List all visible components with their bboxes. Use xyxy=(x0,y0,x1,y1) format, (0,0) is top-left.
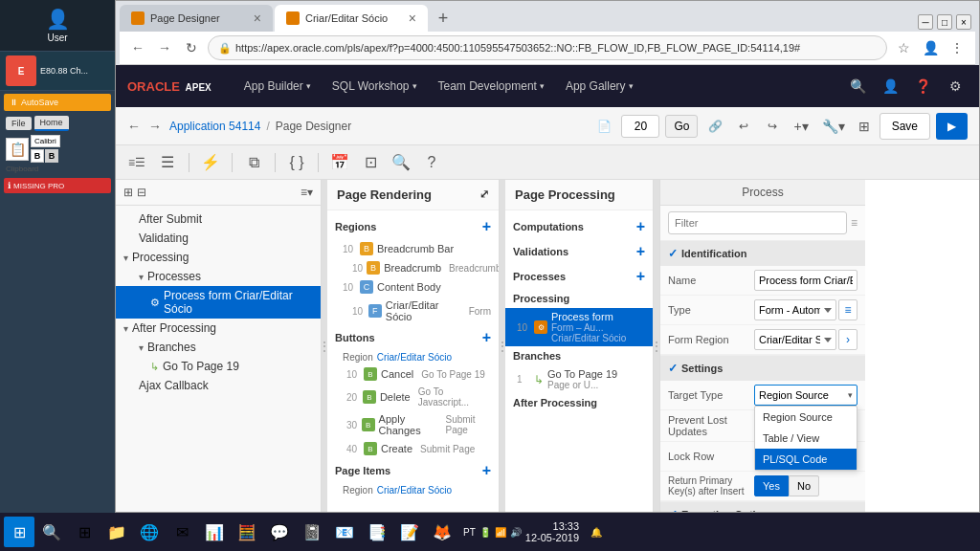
browser-maximize[interactable]: □ xyxy=(937,14,952,30)
run-button[interactable]: ▶ xyxy=(936,113,968,140)
dropdown-item-plsql[interactable]: PL/SQL Code xyxy=(755,449,857,470)
collapse-btn[interactable]: ⊟ xyxy=(137,186,146,199)
tree-processing[interactable]: ▾ Processing xyxy=(116,248,321,267)
layers-btn[interactable]: ⧉ xyxy=(240,149,267,176)
home-tab[interactable]: Home xyxy=(34,116,69,131)
buttons-region-link[interactable]: Criar/Editar Sócio xyxy=(377,352,452,363)
bold-btn2[interactable]: B xyxy=(45,149,58,163)
type-select[interactable]: Form - Automa xyxy=(754,299,836,320)
render-item-create[interactable]: 40 B Create Submit Page xyxy=(327,439,499,458)
taskbar-file-mgr[interactable]: 📁 xyxy=(101,517,132,547)
list-view-btn2[interactable]: ☰ xyxy=(154,149,181,176)
tab-close-criar[interactable]: × xyxy=(409,11,416,26)
proc-item-go-to-page[interactable]: 1 ↳ Go To Page 19 Page or U... xyxy=(505,365,653,393)
computations-header[interactable]: Computations + xyxy=(505,214,653,239)
search-btn[interactable]: 🔍 xyxy=(388,149,414,176)
browser-minimize[interactable]: ─ xyxy=(918,14,933,30)
form-region-select[interactable]: Criar/Editar Sóc xyxy=(754,329,836,350)
identification-header[interactable]: ✓ Identification xyxy=(660,241,865,266)
go-button[interactable]: Go xyxy=(665,115,698,138)
regions-add-btn[interactable]: + xyxy=(482,218,491,235)
copy-btn[interactable]: 📄 xyxy=(592,115,615,138)
regions-section-header[interactable]: Regions + xyxy=(327,214,499,239)
redo-btn[interactable]: ↪ xyxy=(761,115,784,138)
calendar-btn[interactable]: 📅 xyxy=(326,149,353,176)
add-btn[interactable]: +▾ xyxy=(790,119,812,134)
page-number-input[interactable] xyxy=(621,115,659,138)
taskbar-powerpoint[interactable]: 📑 xyxy=(362,517,392,547)
taskbar-word[interactable]: 📝 xyxy=(394,517,425,547)
render-item-criar[interactable]: 10 F Criar/Editar Sócio Form xyxy=(327,297,499,325)
render-item-cancel[interactable]: 10 B Cancel Go To Page 19 xyxy=(327,364,499,384)
taskbar-calc[interactable]: 🧮 xyxy=(232,517,262,547)
start-button[interactable]: ⊞ xyxy=(4,517,34,547)
render-item-content-body[interactable]: 10 C Content Body xyxy=(327,277,499,297)
undo-btn[interactable]: ↩ xyxy=(732,115,755,138)
validations-header[interactable]: Validations + xyxy=(505,239,653,264)
help-icon-btn[interactable]: ? xyxy=(418,149,445,176)
render-item-apply[interactable]: 30 B Apply Changes Submit Page xyxy=(327,410,499,439)
page-items-region-link[interactable]: Criar/Editar Sócio xyxy=(377,485,452,496)
reload-button[interactable]: ↻ xyxy=(181,37,202,58)
buttons-section-header[interactable]: Buttons + xyxy=(327,325,499,350)
tree-ajax-callback[interactable]: Ajax Callback xyxy=(116,376,321,395)
paste-btn[interactable]: 📋 xyxy=(6,138,29,161)
app-icon-e80[interactable]: E xyxy=(6,55,36,86)
file-tab[interactable]: File xyxy=(6,117,32,130)
bookmark-button[interactable]: ☆ xyxy=(893,37,914,58)
taskbar-mail[interactable]: ✉ xyxy=(167,517,197,547)
page-items-add-btn[interactable]: + xyxy=(482,462,491,479)
execution-header[interactable]: ✓ Execution Options xyxy=(660,502,865,512)
dropdown-item-region-source[interactable]: Region Source xyxy=(755,407,857,428)
nav-app-gallery[interactable]: App Gallery ▾ xyxy=(556,76,643,97)
taskbar-browser[interactable]: 🌐 xyxy=(134,517,165,547)
validations-add-btn[interactable]: + xyxy=(636,243,645,260)
settings-header[interactable]: ✓ Settings xyxy=(660,356,865,381)
expand-btn[interactable]: ⊞ xyxy=(123,186,133,199)
processing-sub-header[interactable]: Processing xyxy=(505,289,653,308)
new-tab-button[interactable]: + xyxy=(430,5,457,32)
computations-add-btn[interactable]: + xyxy=(636,218,645,235)
render-item-breadcrumb-bar[interactable]: 10 B Breadcrumb Bar xyxy=(327,239,499,258)
page-items-section-header[interactable]: Page Items + xyxy=(327,458,499,483)
code-btn[interactable]: { } xyxy=(283,149,310,176)
taskbar-onenote[interactable]: 📓 xyxy=(297,517,327,547)
processes-header[interactable]: Processes + xyxy=(505,264,653,289)
link-btn[interactable]: 🔗 xyxy=(703,115,726,138)
app-link[interactable]: Application 54114 xyxy=(169,120,260,133)
tab-close-designer[interactable]: × xyxy=(254,11,261,26)
tree-go-to-page[interactable]: ↳ Go To Page 19 xyxy=(116,357,321,376)
render-item-delete[interactable]: 20 B Delete Go To Javascript... xyxy=(327,384,499,410)
nav-sql-workshop[interactable]: SQL Workshop ▾ xyxy=(323,76,427,97)
branches-header[interactable]: Branches xyxy=(505,346,653,365)
help-btn[interactable]: ❓ xyxy=(910,74,935,99)
name-input[interactable] xyxy=(754,270,858,291)
more-button[interactable]: ⋮ xyxy=(947,37,968,58)
tree-after-processing[interactable]: ▾ After Processing xyxy=(116,319,321,338)
nav-back-btn[interactable]: ← xyxy=(127,119,141,134)
taskbar-skype[interactable]: 💬 xyxy=(264,517,295,547)
taskbar-outlook[interactable]: 📧 xyxy=(329,517,360,547)
tree-process-form[interactable]: ⚙ Process form Criar/Editar Sócio xyxy=(116,286,321,319)
search-icon-btn[interactable]: 🔍 xyxy=(845,74,870,99)
nav-team-development[interactable]: Team Development ▾ xyxy=(429,76,554,97)
notification-icon[interactable]: 🔔 xyxy=(590,527,602,538)
lightning-btn[interactable]: ⚡ xyxy=(197,149,224,176)
taskbar-task-view[interactable]: ⊞ xyxy=(69,517,100,547)
calibri-select[interactable]: Calibri xyxy=(31,135,60,147)
grid-btn[interactable]: ⊞ xyxy=(855,119,874,134)
taskbar-firefox[interactable]: 🦊 xyxy=(427,517,457,547)
processes-add-btn[interactable]: + xyxy=(636,268,645,285)
browser-close[interactable]: × xyxy=(956,14,971,30)
tree-branches[interactable]: ▾ Branches xyxy=(116,338,321,357)
back-button[interactable]: ← xyxy=(127,37,148,58)
dropdown-item-table-view[interactable]: Table / View xyxy=(755,428,857,449)
form-region-link-btn[interactable]: › xyxy=(838,329,858,350)
forward-button[interactable]: → xyxy=(154,37,175,58)
after-processing-header[interactable]: After Processing xyxy=(505,393,653,412)
tree-menu-btn[interactable]: ≡▾ xyxy=(301,186,313,199)
expand-icon[interactable]: ⤢ xyxy=(479,187,489,201)
url-bar[interactable]: 🔒 https://apex.oracle.com/pls/apex/f?p=4… xyxy=(208,35,887,60)
tab-page-designer[interactable]: Page Designer × xyxy=(120,5,273,32)
tree-after-submit[interactable]: After Submit xyxy=(116,209,321,229)
